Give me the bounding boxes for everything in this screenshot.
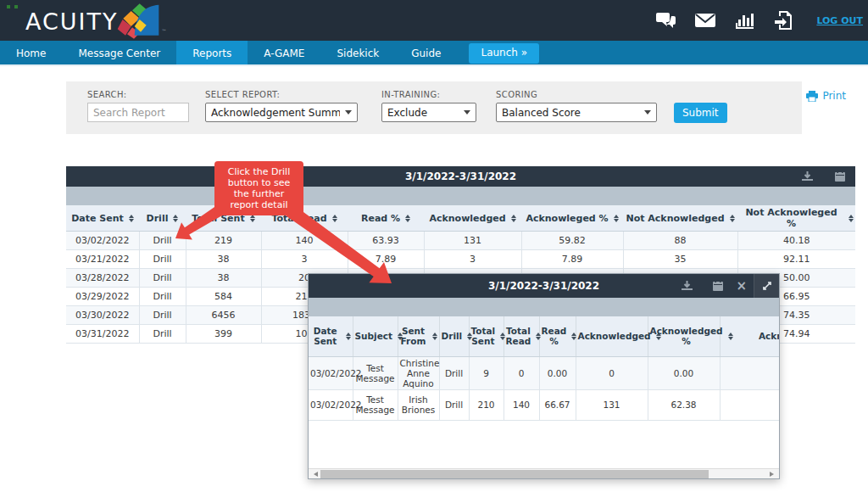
- scroll-left-icon[interactable]: [311, 472, 318, 477]
- close-icon[interactable]: ×: [736, 274, 747, 298]
- chevron-down-icon: [345, 110, 352, 118]
- drill-link[interactable]: Drill: [139, 306, 186, 325]
- drill-link[interactable]: Drill: [439, 389, 469, 420]
- column-header[interactable]: Total Read: [504, 316, 539, 356]
- bar-chart-icon[interactable]: [733, 9, 755, 31]
- nav-item-reports[interactable]: Reports: [176, 41, 248, 64]
- sort-icon[interactable]: [432, 333, 437, 340]
- sort-icon[interactable]: [346, 333, 351, 340]
- header-row: Date SentSubjectSent FromDrillTotal Sent…: [309, 316, 779, 356]
- drill-link[interactable]: Drill: [139, 269, 186, 288]
- top-header: ACUITY ™: [0, 0, 868, 41]
- column-header[interactable]: Acknowleged %: [521, 205, 623, 232]
- printer-icon: [806, 91, 818, 102]
- nav-item-guide[interactable]: Guide: [395, 41, 457, 64]
- acuity-pinwheel-icon: [117, 3, 161, 39]
- launch-button[interactable]: Launch »: [469, 43, 539, 64]
- table-cell: 03/28/2022: [66, 269, 139, 288]
- column-header[interactable]: Acknowledged: [424, 205, 521, 232]
- filter-panel: SEARCH: SELECT REPORT: Acknowledgement S…: [66, 81, 802, 134]
- sort-icon[interactable]: [614, 215, 619, 222]
- scroll-right-icon[interactable]: [770, 472, 776, 477]
- horizontal-scrollbar[interactable]: [309, 468, 779, 478]
- acuity-logo: ACUITY ™: [25, 3, 167, 39]
- log-out-link[interactable]: LOG OUT: [816, 15, 863, 26]
- modal-toolbar-band: [309, 298, 779, 316]
- column-header[interactable]: Subject: [353, 316, 398, 356]
- table-cell: 38: [186, 250, 261, 269]
- search-input[interactable]: [87, 103, 189, 122]
- column-header[interactable]: Sent From: [398, 316, 439, 356]
- sort-icon[interactable]: [129, 215, 134, 222]
- column-header[interactable]: Read %: [539, 316, 576, 356]
- table-cell: 3: [261, 250, 348, 269]
- recording-dots-icon: [7, 5, 18, 8]
- export-report-icon[interactable]: [772, 9, 794, 31]
- column-header[interactable]: Not Acknowledged: [623, 205, 737, 232]
- sort-icon[interactable]: [511, 215, 516, 222]
- table-cell: 03/02/2022: [309, 389, 353, 420]
- table-cell: 210: [469, 389, 504, 420]
- calendar-icon[interactable]: [713, 281, 723, 291]
- download-icon[interactable]: [802, 171, 813, 182]
- sort-icon[interactable]: [730, 215, 735, 222]
- table-cell: 66.67: [539, 389, 576, 420]
- sort-icon[interactable]: [728, 333, 733, 340]
- scrollbar-thumb[interactable]: [320, 470, 709, 478]
- mail-icon[interactable]: [694, 9, 716, 31]
- sort-icon[interactable]: [500, 333, 505, 340]
- table-cell: 9: [469, 356, 504, 389]
- drill-link[interactable]: Drill: [439, 356, 469, 389]
- header-row: Date SentDrillTotal SentTotal ReadRead %…: [66, 205, 855, 232]
- sort-icon[interactable]: [405, 215, 410, 222]
- table-cell: Test Message: [353, 356, 398, 389]
- drill-link[interactable]: Drill: [139, 325, 186, 344]
- sort-icon[interactable]: [849, 215, 854, 222]
- nav-item-a-game[interactable]: A-GAME: [248, 41, 320, 64]
- in-training-group: IN-TRAINING: Exclude: [381, 90, 476, 122]
- sort-icon[interactable]: [571, 333, 576, 340]
- expand-icon[interactable]: [754, 274, 779, 298]
- table-cell: 59.82: [521, 232, 623, 250]
- submit-button[interactable]: Submit: [674, 103, 727, 123]
- drill-callout: Click the Drill button to see the furthe…: [214, 161, 303, 215]
- column-header[interactable]: Drill: [439, 316, 469, 356]
- column-header[interactable]: Total Sent: [469, 316, 504, 356]
- sort-icon[interactable]: [173, 215, 178, 222]
- in-training-dropdown[interactable]: Exclude: [381, 103, 476, 122]
- column-header[interactable]: Read %: [348, 205, 424, 232]
- column-header[interactable]: Acknowledged: [576, 316, 648, 356]
- scoring-dropdown[interactable]: Balanced Score: [496, 103, 657, 122]
- calendar-icon[interactable]: [835, 171, 845, 182]
- table-cell: 63.93: [348, 232, 424, 250]
- chat-icon[interactable]: [655, 9, 677, 31]
- drill-link[interactable]: Drill: [139, 250, 186, 269]
- nav-item-message-center[interactable]: Message Center: [62, 41, 176, 64]
- nav-item-home[interactable]: Home: [0, 41, 62, 64]
- column-header[interactable]: Acknowledged %: [648, 316, 720, 356]
- table-cell: 03/30/2022: [66, 306, 139, 325]
- in-training-value: Exclude: [387, 107, 459, 119]
- table-cell: Irish Briones: [398, 389, 439, 420]
- app: ACUITY ™: [0, 0, 868, 492]
- table-row: 03/02/2022Test MessageChristine Anne Aqu…: [309, 356, 779, 389]
- top-icons: LOG OUT: [655, 0, 863, 41]
- table-cell: 0: [576, 356, 648, 389]
- drill-link[interactable]: Drill: [139, 288, 186, 306]
- table-cell: 7.89: [348, 250, 424, 269]
- drill-link[interactable]: Drill: [139, 232, 186, 250]
- sort-icon[interactable]: [332, 215, 337, 222]
- select-report-dropdown[interactable]: Acknowledgement Summary: [205, 103, 358, 122]
- print-label: Print: [822, 90, 846, 102]
- print-link[interactable]: Print: [806, 90, 846, 102]
- column-header[interactable]: Date Sent: [309, 316, 353, 356]
- nav-items: HomeMessage CenterReportsA-GAMESidekickG…: [0, 41, 457, 64]
- column-header[interactable]: Drill: [139, 205, 186, 232]
- nav-item-sidekick[interactable]: Sidekick: [320, 41, 395, 64]
- download-icon[interactable]: [682, 281, 693, 291]
- column-header[interactable]: Date Sent: [66, 205, 139, 232]
- sort-icon[interactable]: [536, 333, 541, 340]
- column-header[interactable]: Not Acknowleged %: [737, 205, 855, 232]
- table-cell: 219: [186, 232, 261, 250]
- table-cell: 88: [623, 232, 737, 250]
